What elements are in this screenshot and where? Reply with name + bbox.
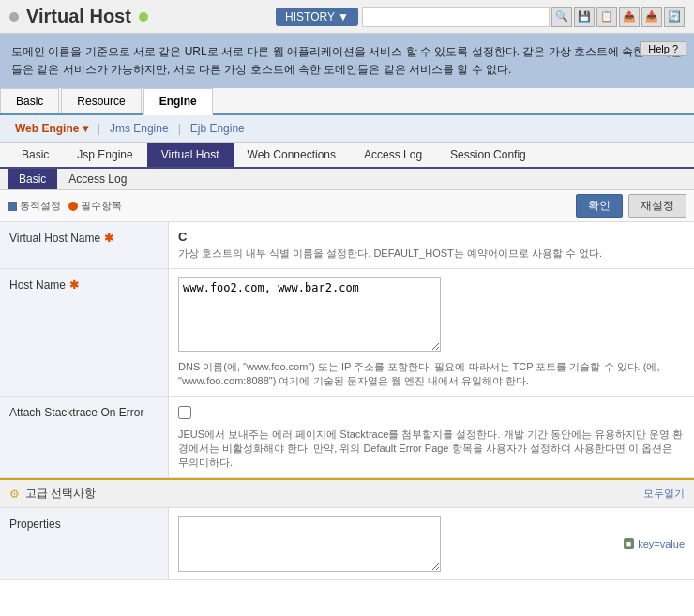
value-virtual-host-name: C [178, 230, 685, 244]
sub-nav-web-engine[interactable]: Web Engine ▾ [8, 119, 96, 138]
dynamic-label: 동적설정 [8, 199, 61, 213]
required-label: 필수항목 [68, 199, 122, 213]
label-host-name: Host Name ✱ [0, 269, 169, 396]
properties-row: Properties ■ key=value [0, 508, 694, 580]
kv-label: key=value [638, 538, 685, 549]
kv-button[interactable]: ■ key=value [624, 538, 685, 549]
header-right: HISTORY ▼ 🔍 💾 📋 📤 📥 🔄 [276, 7, 685, 27]
required-icon [68, 202, 78, 211]
tab-resource[interactable]: Resource [61, 88, 141, 113]
page-title: Virtual Host [9, 6, 148, 27]
advanced-title: ⚙ 고급 선택사항 [9, 486, 96, 502]
import-button[interactable]: 📥 [641, 7, 662, 27]
form-body: Virtual Host Name ✱ C 가상 호스트의 내부 식별 이름을 … [0, 222, 694, 478]
confirm-button[interactable]: 확인 [576, 194, 623, 218]
tab-l3-access-log[interactable]: Access Log [57, 169, 138, 189]
status-dot-gray [9, 12, 19, 22]
sub-nav-jms-engine[interactable]: Jms Engine [102, 119, 176, 138]
kv-icon: ■ [624, 538, 634, 549]
form-row-stacktrace: Attach Stacktrace On Error JEUS에서 보내주는 에… [0, 397, 694, 478]
properties-textarea[interactable] [178, 516, 441, 572]
sub-nav: Web Engine ▾ | Jms Engine | Ejb Engine [0, 115, 694, 143]
tabs-level1: Basic Resource Engine [0, 88, 694, 115]
tab-l2-jsp-engine[interactable]: Jsp Engine [63, 143, 146, 167]
header: Virtual Host HISTORY ▼ 🔍 💾 📋 📤 📥 🔄 [0, 0, 694, 34]
save-button[interactable]: 💾 [574, 7, 595, 27]
help-button[interactable]: Help ? [640, 41, 686, 56]
advanced-icon: ⚙ [9, 488, 20, 501]
req-star-hn: ✱ [69, 278, 79, 292]
status-dot-green [139, 12, 148, 22]
textarea-host-name[interactable]: www.foo2.com, www.bar2.com [178, 277, 441, 352]
search-input[interactable] [362, 7, 550, 27]
hint-virtual-host-name: 가상 호스트의 내부 식별 이름을 설정한다. DEFAULT_HOST는 예약… [178, 247, 685, 261]
expand-button[interactable]: 모두열기 [643, 487, 685, 501]
dynamic-icon [8, 202, 17, 211]
advanced-header: ⚙ 고급 선택사항 모두열기 [0, 478, 694, 508]
refresh-button[interactable]: 🔄 [664, 7, 685, 27]
checkbox-stacktrace[interactable] [178, 406, 191, 419]
req-star-vhn: ✱ [104, 232, 113, 245]
tab-l2-session-config[interactable]: Session Config [436, 143, 540, 167]
tab-l2-basic[interactable]: Basic [8, 143, 63, 167]
history-button[interactable]: HISTORY ▼ [276, 8, 358, 26]
field-stacktrace: JEUS에서 보내주는 에러 페이지에 Stacktrace를 첨부할지를 설정… [169, 397, 694, 477]
hint-stacktrace: JEUS에서 보내주는 에러 페이지에 Stacktrace를 첨부할지를 설정… [178, 428, 685, 470]
info-box: 도메인 이름을 기준으로 서로 같은 URL로 서로 다른 웹 애플리케이션을 … [0, 34, 694, 88]
tab-l2-web-connections[interactable]: Web Connections [234, 143, 351, 167]
properties-field: ■ key=value [169, 508, 694, 579]
properties-label: Properties [0, 508, 169, 579]
tab-engine[interactable]: Engine [143, 88, 213, 115]
form-row-virtual-host-name: Virtual Host Name ✱ C 가상 호스트의 내부 식별 이름을 … [0, 222, 694, 269]
tab-l3-basic[interactable]: Basic [8, 169, 57, 189]
label-virtual-host-name: Virtual Host Name ✱ [0, 222, 169, 268]
copy-button[interactable]: 📋 [596, 7, 617, 27]
info-text: 도메인 이름을 기준으로 서로 같은 URL로 서로 다른 웹 애플리케이션을 … [11, 45, 682, 76]
action-bar-right: 확인 재설정 [576, 194, 686, 218]
reset-button[interactable]: 재설정 [628, 194, 686, 218]
field-virtual-host-name: C 가상 호스트의 내부 식별 이름을 설정한다. DEFAULT_HOST는 … [169, 222, 694, 268]
tabs-level2: Basic Jsp Engine Virtual Host Web Connec… [0, 143, 694, 169]
export-button[interactable]: 📤 [619, 7, 640, 27]
field-host-name: www.foo2.com, www.bar2.com DNS 이름(에, "ww… [169, 269, 694, 396]
hint-host-name: DNS 이름(에, "www.foo.com") 또는 IP 주소를 포함한다.… [178, 360, 685, 388]
label-stacktrace: Attach Stacktrace On Error [0, 397, 169, 477]
form-row-host-name: Host Name ✱ www.foo2.com, www.bar2.com D… [0, 269, 694, 397]
tabs-level3: Basic Access Log [0, 169, 694, 190]
search-bar: 🔍 💾 📋 📤 📥 🔄 [362, 7, 685, 27]
advanced-title-text: 고급 선택사항 [25, 486, 96, 502]
tab-basic[interactable]: Basic [0, 88, 59, 113]
tab-l2-virtual-host[interactable]: Virtual Host [147, 143, 234, 167]
action-bar: 동적설정 필수항목 확인 재설정 [0, 190, 694, 222]
action-bar-left: 동적설정 필수항목 [8, 199, 122, 213]
sub-nav-ejb-engine[interactable]: Ejb Engine [183, 119, 252, 138]
tab-l2-access-log[interactable]: Access Log [350, 143, 436, 167]
title-text: Virtual Host [26, 6, 131, 27]
search-button[interactable]: 🔍 [551, 7, 572, 27]
